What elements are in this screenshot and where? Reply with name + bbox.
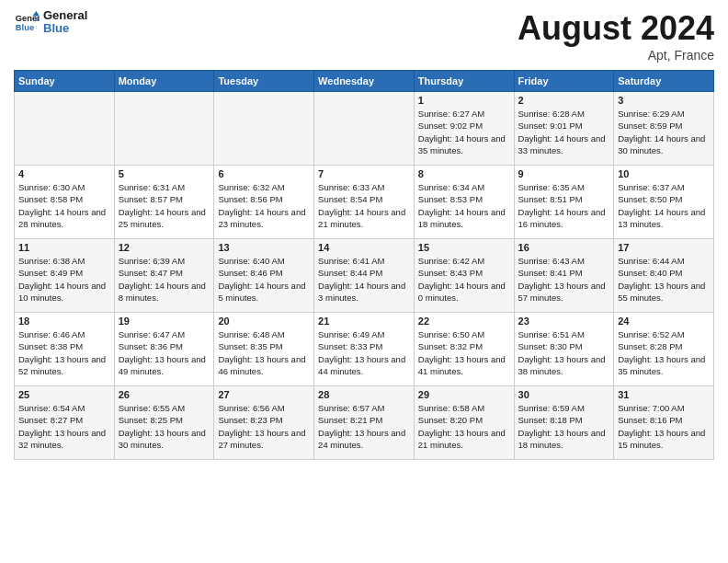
- calendar-cell: [114, 92, 214, 166]
- calendar-cell: 19Sunrise: 6:47 AMSunset: 8:36 PMDayligh…: [114, 313, 214, 386]
- day-number: 1: [418, 95, 510, 106]
- day-info: Sunrise: 6:49 AMSunset: 8:33 PMDaylight:…: [318, 328, 410, 377]
- logo: General Blue General Blue: [14, 9, 87, 36]
- day-info: Sunrise: 6:41 AMSunset: 8:44 PMDaylight:…: [318, 255, 410, 304]
- calendar-header-row: SundayMondayTuesdayWednesdayThursdayFrid…: [15, 71, 714, 92]
- day-info: Sunrise: 6:52 AMSunset: 8:28 PMDaylight:…: [618, 328, 710, 377]
- day-number: 6: [218, 168, 310, 179]
- calendar-cell: 28Sunrise: 6:57 AMSunset: 8:21 PMDayligh…: [314, 386, 415, 460]
- calendar-cell: 30Sunrise: 6:59 AMSunset: 8:18 PMDayligh…: [514, 386, 614, 460]
- day-number: 30: [518, 389, 610, 400]
- column-header-thursday: Thursday: [414, 71, 514, 92]
- calendar-cell: 3Sunrise: 6:29 AMSunset: 8:59 PMDaylight…: [614, 92, 714, 166]
- page-container: General Blue General Blue August 2024 Ap…: [0, 0, 728, 469]
- day-number: 18: [18, 316, 110, 327]
- calendar-week-3: 11Sunrise: 6:38 AMSunset: 8:49 PMDayligh…: [15, 239, 714, 313]
- title-block: August 2024 Apt, France: [518, 9, 714, 63]
- day-info: Sunrise: 6:46 AMSunset: 8:38 PMDaylight:…: [18, 328, 110, 377]
- day-info: Sunrise: 6:59 AMSunset: 8:18 PMDaylight:…: [518, 402, 610, 451]
- calendar-cell: 11Sunrise: 6:38 AMSunset: 8:49 PMDayligh…: [15, 239, 115, 313]
- calendar-cell: 12Sunrise: 6:39 AMSunset: 8:47 PMDayligh…: [114, 239, 214, 313]
- day-info: Sunrise: 6:40 AMSunset: 8:46 PMDaylight:…: [218, 255, 310, 304]
- day-info: Sunrise: 6:42 AMSunset: 8:43 PMDaylight:…: [418, 255, 510, 304]
- calendar-cell: 5Sunrise: 6:31 AMSunset: 8:57 PMDaylight…: [114, 166, 214, 239]
- day-info: Sunrise: 6:55 AMSunset: 8:25 PMDaylight:…: [119, 402, 210, 451]
- day-number: 24: [618, 316, 710, 327]
- day-number: 20: [218, 316, 310, 327]
- calendar-cell: 6Sunrise: 6:32 AMSunset: 8:56 PMDaylight…: [214, 166, 314, 239]
- day-number: 15: [418, 242, 510, 253]
- day-info: Sunrise: 6:27 AMSunset: 9:02 PMDaylight:…: [418, 108, 510, 156]
- calendar-cell: 14Sunrise: 6:41 AMSunset: 8:44 PMDayligh…: [314, 239, 415, 313]
- calendar-cell: 1Sunrise: 6:27 AMSunset: 9:02 PMDaylight…: [414, 92, 514, 166]
- day-number: 19: [119, 316, 210, 327]
- day-number: 11: [18, 242, 110, 253]
- calendar-week-2: 4Sunrise: 6:30 AMSunset: 8:58 PMDaylight…: [15, 166, 714, 239]
- calendar-cell: 31Sunrise: 7:00 AMSunset: 8:16 PMDayligh…: [614, 386, 714, 460]
- day-number: 31: [618, 389, 710, 400]
- column-header-wednesday: Wednesday: [314, 71, 415, 92]
- day-number: 26: [119, 389, 210, 400]
- calendar-cell: [15, 92, 115, 166]
- day-info: Sunrise: 6:29 AMSunset: 8:59 PMDaylight:…: [618, 108, 710, 156]
- calendar-cell: 26Sunrise: 6:55 AMSunset: 8:25 PMDayligh…: [114, 386, 214, 460]
- calendar-cell: 29Sunrise: 6:58 AMSunset: 8:20 PMDayligh…: [414, 386, 514, 460]
- month-title: August 2024: [518, 9, 714, 48]
- calendar-cell: 15Sunrise: 6:42 AMSunset: 8:43 PMDayligh…: [414, 239, 514, 313]
- day-info: Sunrise: 6:48 AMSunset: 8:35 PMDaylight:…: [218, 328, 310, 377]
- calendar-cell: 16Sunrise: 6:43 AMSunset: 8:41 PMDayligh…: [514, 239, 614, 313]
- column-header-saturday: Saturday: [614, 71, 714, 92]
- day-info: Sunrise: 6:56 AMSunset: 8:23 PMDaylight:…: [218, 402, 310, 451]
- day-info: Sunrise: 6:47 AMSunset: 8:36 PMDaylight:…: [119, 328, 210, 377]
- day-info: Sunrise: 6:50 AMSunset: 8:32 PMDaylight:…: [418, 328, 510, 377]
- day-number: 16: [518, 242, 610, 253]
- day-info: Sunrise: 6:39 AMSunset: 8:47 PMDaylight:…: [119, 255, 210, 304]
- day-info: Sunrise: 7:00 AMSunset: 8:16 PMDaylight:…: [618, 402, 710, 451]
- page-header: General Blue General Blue August 2024 Ap…: [14, 9, 714, 63]
- column-header-sunday: Sunday: [15, 71, 115, 92]
- day-info: Sunrise: 6:51 AMSunset: 8:30 PMDaylight:…: [518, 328, 610, 377]
- column-header-tuesday: Tuesday: [214, 71, 314, 92]
- day-info: Sunrise: 6:32 AMSunset: 8:56 PMDaylight:…: [218, 181, 310, 230]
- logo-icon: General Blue: [14, 9, 40, 35]
- day-number: 8: [418, 168, 510, 179]
- calendar-cell: 8Sunrise: 6:34 AMSunset: 8:53 PMDaylight…: [414, 166, 514, 239]
- calendar-cell: 20Sunrise: 6:48 AMSunset: 8:35 PMDayligh…: [214, 313, 314, 386]
- calendar-week-4: 18Sunrise: 6:46 AMSunset: 8:38 PMDayligh…: [15, 313, 714, 386]
- calendar-cell: 2Sunrise: 6:28 AMSunset: 9:01 PMDaylight…: [514, 92, 614, 166]
- day-info: Sunrise: 6:44 AMSunset: 8:40 PMDaylight:…: [618, 255, 710, 304]
- column-header-monday: Monday: [114, 71, 214, 92]
- day-number: 10: [618, 168, 710, 179]
- calendar-cell: 4Sunrise: 6:30 AMSunset: 8:58 PMDaylight…: [15, 166, 115, 239]
- calendar-cell: [214, 92, 314, 166]
- calendar-cell: 24Sunrise: 6:52 AMSunset: 8:28 PMDayligh…: [614, 313, 714, 386]
- calendar-cell: 25Sunrise: 6:54 AMSunset: 8:27 PMDayligh…: [15, 386, 115, 460]
- day-number: 3: [618, 95, 710, 106]
- day-info: Sunrise: 6:38 AMSunset: 8:49 PMDaylight:…: [18, 255, 110, 304]
- day-number: 29: [418, 389, 510, 400]
- day-number: 2: [518, 95, 610, 106]
- day-number: 17: [618, 242, 710, 253]
- calendar-cell: 13Sunrise: 6:40 AMSunset: 8:46 PMDayligh…: [214, 239, 314, 313]
- calendar-cell: 17Sunrise: 6:44 AMSunset: 8:40 PMDayligh…: [614, 239, 714, 313]
- day-number: 7: [318, 168, 410, 179]
- day-number: 21: [318, 316, 410, 327]
- day-info: Sunrise: 6:34 AMSunset: 8:53 PMDaylight:…: [418, 181, 510, 230]
- calendar-cell: [314, 92, 415, 166]
- day-info: Sunrise: 6:43 AMSunset: 8:41 PMDaylight:…: [518, 255, 610, 304]
- calendar-cell: 23Sunrise: 6:51 AMSunset: 8:30 PMDayligh…: [514, 313, 614, 386]
- day-number: 5: [119, 168, 210, 179]
- day-info: Sunrise: 6:54 AMSunset: 8:27 PMDaylight:…: [18, 402, 110, 451]
- calendar-week-5: 25Sunrise: 6:54 AMSunset: 8:27 PMDayligh…: [15, 386, 714, 460]
- day-number: 14: [318, 242, 410, 253]
- day-info: Sunrise: 6:28 AMSunset: 9:01 PMDaylight:…: [518, 108, 610, 156]
- day-number: 23: [518, 316, 610, 327]
- location-subtitle: Apt, France: [518, 48, 714, 63]
- calendar-week-1: 1Sunrise: 6:27 AMSunset: 9:02 PMDaylight…: [15, 92, 714, 166]
- day-number: 13: [218, 242, 310, 253]
- logo-text-line2: Blue: [43, 22, 87, 35]
- svg-text:Blue: Blue: [16, 24, 34, 33]
- day-info: Sunrise: 6:30 AMSunset: 8:58 PMDaylight:…: [18, 181, 110, 230]
- day-info: Sunrise: 6:31 AMSunset: 8:57 PMDaylight:…: [119, 181, 210, 230]
- calendar-cell: 9Sunrise: 6:35 AMSunset: 8:51 PMDaylight…: [514, 166, 614, 239]
